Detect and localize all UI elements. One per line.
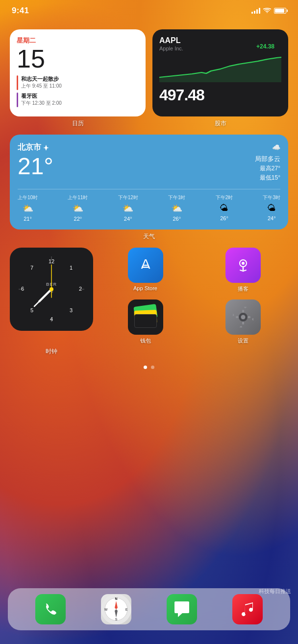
stocks-label: 股市 bbox=[152, 119, 288, 128]
appstore-icon: A bbox=[128, 248, 163, 283]
weather-low: 最低15° bbox=[255, 174, 280, 182]
dock-messages[interactable] bbox=[167, 594, 197, 624]
safari-icon: N S E W bbox=[101, 594, 131, 624]
svg-text:1: 1 bbox=[70, 265, 73, 271]
svg-text:N: N bbox=[115, 597, 117, 600]
svg-text:E: E bbox=[125, 608, 128, 611]
page-dot-2[interactable] bbox=[151, 366, 154, 369]
cal-event-bar-2 bbox=[17, 92, 18, 107]
svg-rect-30 bbox=[251, 318, 253, 321]
settings-label: 设置 bbox=[238, 337, 248, 345]
apps-section: 12 1 2 3 4 5 6 7 BER -6 bbox=[10, 248, 288, 345]
cal-event-bar-1 bbox=[17, 75, 18, 90]
status-icons bbox=[251, 8, 286, 14]
weather-hour-4: 下午2时 🌤 26° bbox=[216, 194, 233, 222]
cal-event-1: 和志天一起散步 上午 9:45 至 11:00 bbox=[17, 75, 139, 90]
dock-phone[interactable] bbox=[35, 594, 66, 624]
svg-rect-25 bbox=[242, 310, 244, 313]
weather-hour-1: 上午11时 ⛅ 22° bbox=[68, 194, 88, 222]
weather-hour-0: 上午10时 ⛅ 21° bbox=[18, 194, 38, 222]
apps-labels-row: 时钟 bbox=[10, 347, 288, 356]
weather-widget[interactable]: 北京市 ☁️ 21° 局部多云 最高27° 最低15° 上午10时 ⛅ 21° … bbox=[10, 135, 288, 230]
watermark: 科技每日推送 bbox=[259, 588, 291, 595]
home-screen: 星期二 15 和志天一起散步 上午 9:45 至 11:00 看牙医 下午 12… bbox=[0, 22, 298, 644]
podcasts-icon bbox=[225, 248, 261, 283]
app-settings[interactable]: 设置 bbox=[198, 299, 288, 345]
dock-music[interactable] bbox=[232, 594, 263, 624]
cal-event-2: 看牙医 下午 12:30 至 2:00 bbox=[17, 92, 139, 107]
stocks-widget[interactable]: AAPL Apple Inc. +24.38 497.48 bbox=[152, 29, 288, 116]
svg-text:3: 3 bbox=[70, 307, 73, 313]
svg-text:W: W bbox=[104, 608, 108, 611]
svg-rect-28 bbox=[248, 316, 250, 318]
battery-icon bbox=[274, 8, 286, 14]
svg-rect-29 bbox=[244, 307, 247, 308]
page-dots bbox=[10, 366, 288, 369]
svg-point-24 bbox=[241, 315, 245, 320]
svg-point-22 bbox=[242, 262, 245, 265]
page-dot-1[interactable] bbox=[144, 366, 147, 369]
cal-day-label: 星期二 bbox=[17, 36, 139, 45]
podcasts-label: 播客 bbox=[238, 285, 248, 293]
stocks-chart bbox=[159, 55, 281, 82]
widget-labels-row: 日历 股市 bbox=[10, 116, 288, 128]
cal-event-time-1: 上午 9:45 至 11:00 bbox=[21, 83, 62, 90]
weather-label: 天气 bbox=[10, 232, 288, 241]
location-icon bbox=[43, 145, 49, 151]
settings-icon bbox=[225, 299, 261, 335]
svg-text:6: 6 bbox=[21, 286, 24, 292]
cal-date: 15 bbox=[17, 46, 139, 71]
cal-event-title-2: 看牙医 bbox=[21, 92, 62, 100]
clock-face: 12 1 2 3 4 5 6 7 BER -6 bbox=[15, 253, 88, 326]
app-wallet[interactable]: 钱包 bbox=[100, 299, 191, 345]
dock: N S E W bbox=[8, 588, 290, 630]
status-bar: 9:41 bbox=[0, 0, 298, 22]
cal-event-title-1: 和志天一起散步 bbox=[21, 75, 62, 83]
messages-icon bbox=[167, 594, 197, 624]
weather-hour-2: 下午12时 ⛅ 24° bbox=[118, 194, 138, 222]
svg-text:S: S bbox=[115, 618, 118, 621]
calendar-label: 日历 bbox=[10, 119, 146, 128]
wallet-label: 钱包 bbox=[140, 337, 151, 345]
cal-event-time-2: 下午 12:30 至 2:00 bbox=[21, 100, 62, 107]
weather-city: 北京市 bbox=[18, 142, 280, 153]
svg-rect-26 bbox=[242, 322, 244, 324]
stocks-price: 497.48 bbox=[159, 86, 281, 104]
signal-icon bbox=[251, 8, 260, 14]
calendar-widget[interactable]: 星期二 15 和志天一起散步 上午 9:45 至 11:00 看牙医 下午 12… bbox=[10, 29, 146, 116]
weather-temp: 21° bbox=[18, 155, 53, 178]
weather-cloud-icon: ☁️ bbox=[272, 143, 280, 151]
svg-text:2: 2 bbox=[79, 286, 82, 292]
svg-text:5: 5 bbox=[30, 307, 33, 313]
svg-text:A: A bbox=[141, 256, 150, 272]
stocks-change: +24.38 bbox=[256, 43, 274, 50]
weather-high: 最高27° bbox=[255, 164, 280, 173]
wallet-icon bbox=[128, 299, 163, 335]
svg-text:7: 7 bbox=[30, 265, 33, 271]
svg-point-18 bbox=[50, 287, 53, 291]
weather-hourly: 上午10时 ⛅ 21° 上午11时 ⛅ 22° 下午12时 ⛅ 24° 下午1时… bbox=[18, 189, 280, 222]
phone-icon bbox=[35, 594, 66, 624]
widgets-row-1: 星期二 15 和志天一起散步 上午 9:45 至 11:00 看牙医 下午 12… bbox=[10, 29, 288, 116]
clock-label: 时钟 bbox=[10, 347, 93, 356]
svg-rect-31 bbox=[239, 326, 242, 327]
appstore-label: App Store bbox=[133, 285, 157, 291]
svg-rect-27 bbox=[236, 316, 239, 318]
svg-rect-32 bbox=[233, 313, 234, 317]
apps-grid: A App Store 播客 bbox=[100, 248, 288, 345]
dock-safari[interactable]: N S E W bbox=[101, 594, 131, 624]
weather-hour-3: 下午1时 ⛅ 26° bbox=[168, 194, 186, 222]
status-time: 9:41 bbox=[12, 6, 29, 16]
clock-widget[interactable]: 12 1 2 3 4 5 6 7 BER -6 bbox=[10, 248, 93, 331]
weather-hour-5: 下午3时 🌤 24° bbox=[263, 194, 280, 222]
app-appstore[interactable]: A App Store bbox=[100, 248, 191, 293]
wifi-icon bbox=[263, 8, 271, 14]
svg-line-15 bbox=[34, 289, 51, 306]
music-icon bbox=[232, 594, 263, 624]
weather-desc: 局部多云 bbox=[255, 155, 280, 163]
app-podcasts[interactable]: 播客 bbox=[198, 248, 288, 293]
